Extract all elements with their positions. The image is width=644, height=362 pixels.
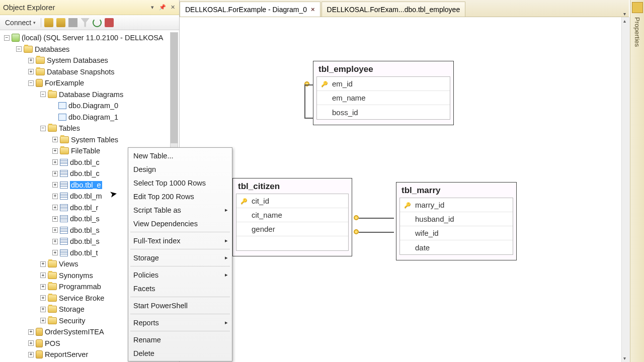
stop-debug-icon[interactable] xyxy=(105,18,114,27)
connect-db-icon[interactable] xyxy=(44,18,53,27)
tab-close-icon[interactable]: × xyxy=(311,6,315,13)
table-column[interactable]: 🔑cit_id xyxy=(236,194,348,208)
ctx-fulltext-index[interactable]: Full-Text index xyxy=(128,234,232,247)
tab-label: DELLKOSAL.ForExample - Diagram_0 xyxy=(185,6,307,14)
table-column[interactable]: · xyxy=(236,236,348,250)
ctx-delete[interactable]: Delete xyxy=(128,346,232,360)
relation-endpoint xyxy=(354,229,359,234)
key-icon: 🔑 xyxy=(321,81,327,87)
canvas-scrollbar[interactable] xyxy=(621,17,630,362)
table-column[interactable]: ·date xyxy=(400,240,513,254)
tab-employee[interactable]: DELLKOSAL.ForExam...dbo.tbl_employee xyxy=(321,2,466,17)
table-title: tbl_marry xyxy=(396,183,516,198)
tree-snapshots[interactable]: Database Snapshots xyxy=(0,66,179,78)
tab-diagram0[interactable]: DELLKOSAL.ForExample - Diagram_0 × xyxy=(180,2,320,17)
table-column[interactable]: ·cit_name xyxy=(236,208,348,222)
table-column[interactable]: 🔑marry_id xyxy=(400,198,513,212)
context-menu: New Table... Design Select Top 1000 Rows… xyxy=(128,147,232,361)
tree-diagram1[interactable]: dbo.Diagram_1 xyxy=(0,112,179,123)
close-icon[interactable]: ✕ xyxy=(169,4,176,11)
diagram-canvas[interactable]: tbl_employee 🔑em_id ·em_name ·boss_id tb… xyxy=(180,17,630,362)
tab-overflow-icon[interactable]: ▾ xyxy=(620,11,629,17)
filter-icon[interactable] xyxy=(80,18,90,27)
ctx-select-top-1000[interactable]: Select Top 1000 Rows xyxy=(128,176,232,190)
ctx-view-dependencies[interactable]: View Dependencies xyxy=(128,217,232,230)
table-marry[interactable]: tbl_marry 🔑marry_id ·husband_id ·wife_id… xyxy=(396,182,517,260)
tree-systables[interactable]: System Tables xyxy=(0,134,179,146)
table-column[interactable]: ·boss_id xyxy=(317,105,450,119)
key-icon: 🔑 xyxy=(404,202,410,208)
table-title: tbl_employee xyxy=(313,61,453,76)
tab-bar: DELLKOSAL.ForExample - Diagram_0 × DELLK… xyxy=(180,0,629,17)
table-title: tbl_citizen xyxy=(233,178,352,194)
separator xyxy=(130,249,230,249)
properties-label[interactable]: Properties xyxy=(633,17,641,47)
relation-endpoint xyxy=(354,215,359,220)
stop-icon[interactable] xyxy=(68,18,77,27)
tree-server[interactable]: (local) (SQL Server 11.0.2100 - DELLKOSA xyxy=(0,32,179,44)
separator xyxy=(130,331,230,331)
table-column[interactable]: ·wife_id xyxy=(400,226,513,240)
tree-dbdiagrams[interactable]: Database Diagrams xyxy=(0,89,179,101)
right-rail: Properties xyxy=(630,0,644,362)
table-column[interactable]: ·em_name xyxy=(317,91,450,105)
tree-databases[interactable]: Databases xyxy=(0,44,179,55)
panel-header: Object Explorer ▾ 📌 ✕ xyxy=(0,0,179,15)
ctx-edit-top-200[interactable]: Edit Top 200 Rows xyxy=(128,190,232,203)
relation-line xyxy=(359,218,394,219)
tree-sysdb[interactable]: System Databases xyxy=(0,55,179,66)
ctx-new-table[interactable]: New Table... xyxy=(128,149,232,162)
ctx-policies[interactable]: Policies xyxy=(128,268,232,282)
table-citizen[interactable]: tbl_citizen 🔑cit_id ·cit_name ·gender · xyxy=(232,178,352,256)
disconnect-db-icon[interactable] xyxy=(56,18,65,27)
relation-line xyxy=(304,84,305,118)
ctx-storage[interactable]: Storage xyxy=(128,251,232,264)
ctx-facets[interactable]: Facets xyxy=(128,282,232,295)
properties-icon[interactable] xyxy=(632,2,643,13)
ctx-script-table-as[interactable]: Script Table as xyxy=(128,203,232,217)
separator xyxy=(130,297,230,297)
table-column[interactable]: 🔑em_id xyxy=(317,77,450,91)
separator xyxy=(130,314,230,314)
dropdown-icon[interactable]: ▾ xyxy=(149,4,156,11)
ctx-start-powershell[interactable]: Start PowerShell xyxy=(128,299,232,312)
ctx-design[interactable]: Design xyxy=(128,162,232,176)
relation-line xyxy=(304,118,313,119)
table-employee[interactable]: tbl_employee 🔑em_id ·em_name ·boss_id xyxy=(313,61,454,125)
refresh-icon[interactable] xyxy=(93,18,102,27)
tree-tables[interactable]: Tables xyxy=(0,123,179,134)
tab-label: DELLKOSAL.ForExam...dbo.tbl_employee xyxy=(327,6,460,14)
tree-diagram0[interactable]: dbo.Diagram_0 xyxy=(0,100,179,112)
tree-forexample[interactable]: ForExample xyxy=(0,77,179,89)
relation-line xyxy=(304,84,313,85)
pin-icon[interactable]: 📌 xyxy=(159,4,166,11)
connect-button[interactable]: Connect xyxy=(3,18,38,28)
separator xyxy=(130,266,230,266)
ctx-rename[interactable]: Rename xyxy=(128,333,232,346)
relation-line xyxy=(359,232,394,233)
ctx-reports[interactable]: Reports xyxy=(128,316,232,329)
separator xyxy=(130,232,230,232)
table-column[interactable]: ·husband_id xyxy=(400,212,513,226)
panel-title: Object Explorer xyxy=(3,3,55,12)
key-icon: 🔑 xyxy=(240,198,247,204)
table-column[interactable]: ·gender xyxy=(236,222,348,236)
toolbar: Connect xyxy=(0,15,179,30)
